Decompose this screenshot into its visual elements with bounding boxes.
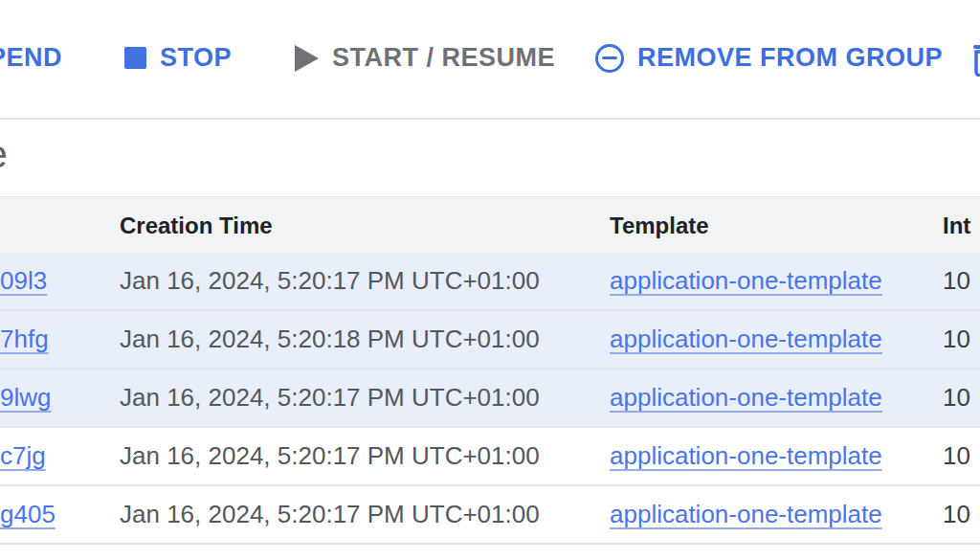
table-row[interactable]: 09l3 Jan 16, 2024, 5:20:17 PM UTC+01:00 … (0, 253, 980, 311)
minus-circle-icon (595, 44, 624, 73)
template-link[interactable]: application-one-template (610, 266, 882, 295)
column-header-internal-ip[interactable]: Int (943, 197, 970, 254)
table-header-row: Creation Time Template Int (0, 196, 980, 256)
template-link[interactable]: application-one-template (610, 383, 882, 412)
creation-time-cell: Jan 16, 2024, 5:20:17 PM UTC+01:00 (120, 428, 540, 484)
stop-button[interactable]: STOP (124, 0, 232, 116)
template-link[interactable]: application-one-template (610, 441, 882, 470)
table-row[interactable]: g405 Jan 16, 2024, 5:20:17 PM UTC+01:00 … (0, 486, 980, 545)
instance-name-link[interactable]: 7hfg (0, 325, 49, 353)
start-resume-button[interactable]: START / RESUME (295, 0, 555, 116)
suspend-button[interactable]: PEND (0, 0, 62, 116)
table-row[interactable]: 7hfg Jan 16, 2024, 5:20:18 PM UTC+01:00 … (0, 311, 980, 370)
remove-from-group-button[interactable]: REMOVE FROM GROUP (595, 0, 943, 116)
instance-name-link[interactable]: c7jg (0, 441, 46, 470)
play-icon (295, 45, 319, 72)
creation-time-cell: Jan 16, 2024, 5:20:17 PM UTC+01:00 (120, 253, 540, 309)
start-resume-button-label: START / RESUME (332, 43, 555, 73)
stop-button-label: STOP (160, 43, 232, 73)
remove-from-group-button-label: REMOVE FROM GROUP (637, 43, 943, 73)
table-row[interactable]: 9lwg Jan 16, 2024, 5:20:17 PM UTC+01:00 … (0, 370, 980, 428)
template-link[interactable]: application-one-template (610, 325, 882, 353)
internal-ip-cell: 10 (943, 486, 970, 543)
delete-button[interactable] (970, 0, 980, 116)
column-header-template[interactable]: Template (610, 197, 709, 254)
instance-name-link[interactable]: 09l3 (0, 266, 47, 295)
creation-time-cell: Jan 16, 2024, 5:20:17 PM UTC+01:00 (120, 370, 540, 426)
trash-icon (970, 40, 980, 77)
partial-heading-text: e (0, 132, 8, 177)
internal-ip-cell: 10 (943, 428, 970, 484)
template-link[interactable]: application-one-template (610, 500, 882, 528)
stop-square-icon (124, 47, 146, 69)
internal-ip-cell: 10 (943, 253, 970, 309)
action-toolbar: PEND STOP START / RESUME REMOVE FROM GRO… (0, 0, 980, 120)
internal-ip-cell: 10 (943, 370, 970, 426)
creation-time-cell: Jan 16, 2024, 5:20:18 PM UTC+01:00 (120, 311, 540, 368)
column-header-creation-time[interactable]: Creation Time (120, 197, 273, 254)
instance-group-screen: PEND STOP START / RESUME REMOVE FROM GRO… (0, 0, 980, 560)
suspend-button-label: PEND (0, 43, 62, 73)
internal-ip-cell: 10 (943, 311, 970, 368)
creation-time-cell: Jan 16, 2024, 5:20:17 PM UTC+01:00 (120, 486, 540, 543)
table-row[interactable]: c7jg Jan 16, 2024, 5:20:17 PM UTC+01:00 … (0, 428, 980, 486)
instance-name-link[interactable]: 9lwg (0, 383, 51, 412)
instance-name-link[interactable]: g405 (0, 500, 56, 528)
